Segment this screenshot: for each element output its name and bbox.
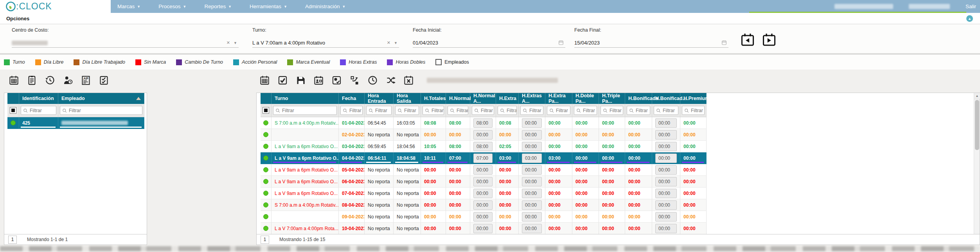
menu-procesos[interactable]: Procesos▼ [158, 4, 186, 9]
turno-caret-icon[interactable]: ▼ [394, 41, 397, 45]
user-clock-icon[interactable] [63, 75, 73, 86]
calendar-x-icon[interactable] [403, 75, 414, 86]
employees-page-1-button[interactable]: 1 [8, 236, 17, 244]
column-header-hora-salida[interactable]: Hora Salida [394, 93, 421, 104]
filter-empleado-input[interactable] [69, 108, 142, 113]
column-header-turno[interactable]: Turno [272, 93, 339, 104]
calendar-prev-button[interactable] [741, 33, 755, 47]
mark-row[interactable]: S 7:00 a.m a 4:00p.m Rotativ...01-04-202… [261, 117, 707, 129]
calendar-icon[interactable] [259, 75, 270, 86]
mark-row[interactable]: 09-04-2023No reportaNo reporta00:0000:00… [261, 211, 707, 223]
fecha-inicial-input[interactable]: 01/04/2023 [413, 38, 565, 48]
filter-h-bonificada-input[interactable] [627, 106, 650, 115]
scrollbar-thumb[interactable] [975, 100, 979, 150]
select-all-checkbox[interactable] [263, 107, 269, 114]
id-card-icon[interactable] [313, 75, 324, 86]
filter-h-extra-input[interactable] [507, 108, 516, 113]
clock-icon[interactable] [367, 75, 378, 86]
menu-marcas[interactable]: Marcas▼ [117, 4, 140, 9]
column-header-fecha[interactable]: Fecha [339, 93, 365, 104]
fecha-final-input[interactable]: 15/04/2023 [574, 38, 728, 48]
vertical-scrollbar[interactable]: ▲ [974, 93, 980, 234]
filter-h-premiun-input[interactable] [691, 108, 704, 113]
column-header-h-normal[interactable]: H.Normal [446, 93, 470, 104]
filter-h-totales-input[interactable] [432, 108, 444, 113]
column-header-identificacio-n[interactable]: Identificación [19, 93, 58, 104]
filter-fecha-input[interactable] [349, 108, 362, 113]
filter-h-normal-a-input[interactable] [472, 106, 494, 115]
filter-h-totales-input[interactable] [423, 106, 444, 115]
filter-h-doble-pa-input[interactable] [583, 108, 597, 113]
filter-turno-input[interactable] [282, 108, 336, 113]
filter-h-extras-a-input[interactable] [520, 106, 543, 115]
check-square-icon[interactable] [277, 75, 288, 86]
mark-row[interactable]: L a V 9am a 6pm Rotativo O...04-04-20230… [261, 152, 707, 164]
fecha-inicial-calendar-icon[interactable] [558, 40, 564, 46]
checklist-icon[interactable] [99, 75, 109, 86]
shuffle-icon[interactable] [385, 75, 396, 86]
filter-identificacion-input[interactable] [21, 106, 56, 115]
column-header-hora-entrada[interactable]: Hora Entrada [365, 93, 394, 104]
mark-row[interactable]: L a V 9am a 6pm Rotativo O...06-04-2023N… [261, 176, 707, 188]
column-header-h-premiun[interactable]: H.Premiun [680, 93, 707, 104]
empleados-checkbox[interactable] [435, 59, 442, 65]
filter-h-triple-pa-input[interactable] [610, 108, 623, 113]
column-header-h-extras-a[interactable]: H.Extras A... [519, 93, 545, 104]
column-header-h-normal-a[interactable]: H.Normal A... [470, 93, 496, 104]
filter-h-extras-a-input[interactable] [529, 108, 543, 113]
column-header-h-bonificada[interactable]: H.Bonificada [625, 93, 652, 104]
filter-hora-salida-input[interactable] [395, 106, 419, 115]
mark-row[interactable]: L a V 9am a 6pm Rotativo O...05-04-2023N… [261, 164, 707, 176]
menu-administracio-n[interactable]: Administración▼ [305, 4, 345, 9]
filter-fecha-input[interactable] [340, 106, 363, 115]
column-header-empleado[interactable]: Empleado [58, 93, 144, 104]
filter-empleado-input[interactable] [60, 106, 142, 115]
centro-costo-clear-icon[interactable]: ✕ [227, 40, 230, 45]
filter-h-extra-pa-input[interactable] [547, 106, 570, 115]
filter-hora-entrada-input[interactable] [366, 106, 392, 115]
employee-row[interactable]: 425 [7, 117, 144, 129]
mark-row[interactable]: L a V 9am a 6pm Rotativo O...07-04-2023N… [261, 188, 707, 199]
filter-h-extra-input[interactable] [498, 106, 517, 115]
filter-h-premiun-input[interactable] [682, 106, 705, 115]
calendar-icon[interactable] [9, 75, 19, 86]
mark-row[interactable]: S 7:00 a.m a 4:00p.m Rotativ...08-04-202… [261, 199, 707, 211]
clipboard-icon[interactable] [27, 75, 37, 86]
sort-ascending-icon[interactable] [136, 97, 141, 100]
column-header-h-triple-pa[interactable]: H.Triple Pa... [599, 93, 625, 104]
turno-select[interactable]: L a V 7:00am a 4:00pm Rotativo ✕ ▼ [252, 38, 399, 48]
filter-h-bonificad-input[interactable] [663, 108, 678, 113]
scroll-up-icon[interactable]: ▲ [974, 93, 980, 99]
centro-costo-select[interactable]: ✕ ▼ [12, 38, 239, 48]
logout-button[interactable]: Salir [966, 4, 976, 9]
select-all-checkbox[interactable] [10, 107, 16, 114]
ap-document-icon[interactable]: AP [81, 75, 91, 86]
filter-hora-salida-input[interactable] [404, 108, 419, 113]
history-icon[interactable] [45, 75, 55, 86]
filter-h-bonificad-input[interactable] [654, 106, 678, 115]
fecha-final-calendar-icon[interactable] [721, 40, 727, 46]
filter-h-normal-input[interactable] [457, 108, 468, 113]
menu-reportes[interactable]: Reportes▼ [204, 4, 232, 9]
filter-h-normal-input[interactable] [448, 106, 468, 115]
column-header-h-extra[interactable]: H.Extra [496, 93, 519, 104]
column-header-h-doble-pa[interactable]: H.Doble Pa... [572, 93, 599, 104]
filter-h-doble-pa-input[interactable] [574, 106, 597, 115]
filter-h-normal-a-input[interactable] [481, 108, 494, 113]
centro-costo-caret-icon[interactable]: ▼ [234, 41, 237, 45]
column-header-h-bonificad[interactable]: H.Bonificad... [652, 93, 680, 104]
filter-h-triple-pa-input[interactable] [601, 106, 623, 115]
column-header-h-totales[interactable]: H.Totales [421, 93, 446, 104]
filter-h-extra-pa-input[interactable] [556, 108, 570, 113]
save-icon[interactable] [295, 75, 306, 86]
column-header-h-extra-pa[interactable]: H.Extra Pa... [545, 93, 572, 104]
menu-herramientas[interactable]: Herramientas▼ [250, 4, 287, 9]
marks-page-1-button[interactable]: 1 [261, 236, 269, 244]
turno-clear-icon[interactable]: ✕ [387, 40, 390, 45]
collapse-panel-button[interactable]: ▲ [966, 15, 973, 22]
filter-identificacion-input[interactable] [30, 108, 56, 113]
calendar-next-button[interactable] [762, 33, 776, 47]
record-check-icon[interactable] [331, 75, 342, 86]
mark-row[interactable]: 02-04-2023No reportaNo reporta00:0000:00… [261, 129, 707, 141]
filter-h-bonificada-input[interactable] [636, 108, 650, 113]
